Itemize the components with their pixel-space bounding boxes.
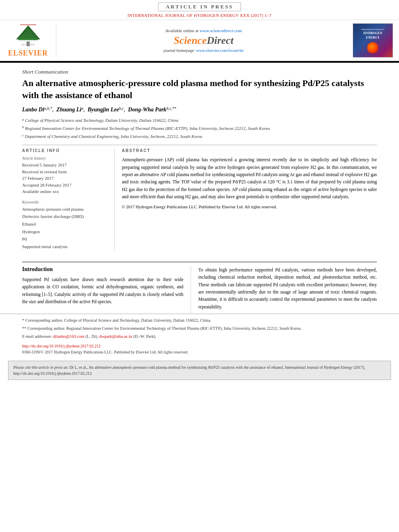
- doi-link[interactable]: http://dx.doi.org/10.1016/j.ijhydene.201…: [22, 344, 101, 348]
- affiliation-b: b Regional Innovation Center for Environ…: [22, 125, 377, 132]
- history-label: Article history:: [22, 156, 107, 160]
- author-3-name: Byungjin Lee: [88, 107, 119, 113]
- main-content-area: Short Communication An alternative atmos…: [0, 63, 399, 255]
- homepage-link[interactable]: www.elsevier.com/locate/he: [196, 48, 243, 53]
- kw-6: Supported metal catalysts: [22, 243, 107, 251]
- article-type-label: Short Communication: [22, 69, 377, 75]
- cite-label: Please cite this article in press as:: [13, 365, 70, 370]
- author-1-sup: a,b,*: [44, 106, 52, 111]
- center-header: Available online at www.sciencedirect.co…: [60, 23, 347, 58]
- direct-part: Direct: [207, 35, 233, 46]
- journal-homepage-line: journal homepage: www.elsevier.com/locat…: [163, 48, 243, 53]
- body-right-column: To obtain high performance supported Pd …: [191, 266, 377, 314]
- affiliation-c: c Department of Chemistry and Chemical E…: [22, 133, 377, 140]
- aip-text: ARTICLE IN PRESS: [158, 2, 241, 11]
- authors-line: Lanbo Dia,b,*, Zhuang Lia, Byungjin Leeb…: [22, 107, 377, 113]
- intro-para-1: Supported Pd catalysts have drawn much r…: [22, 276, 183, 306]
- author-1-name: Lanbo Di: [22, 107, 44, 113]
- affiliation-a: a College of Physical Science and Techno…: [22, 117, 377, 124]
- article-title: An alternative atmospheric-pressure cold…: [22, 77, 377, 101]
- affiliations-block: a College of Physical Science and Techno…: [22, 117, 377, 140]
- keywords-block: Keywords: Atmospheric-pressure cold plas…: [22, 200, 107, 251]
- svg-rect-4: [20, 24, 36, 25]
- rule-after-affiliations: [22, 145, 377, 145]
- email-1-link[interactable]: dilanbo@163.com: [53, 334, 84, 339]
- introduction-heading: Introduction: [22, 266, 183, 273]
- intro-para-2: To obtain high performance supported Pd …: [198, 266, 377, 310]
- kw-1: Atmospheric-pressure cold plasma: [22, 205, 107, 213]
- elsevier-tree-icon: ELSEVIER: [12, 23, 44, 47]
- sd-url-link[interactable]: www.sciencedirect.com: [200, 28, 242, 33]
- journal-header-line: INTERNATIONAL JOURNAL OF HYDROGEN ENERGY…: [0, 12, 399, 20]
- science-part: Science: [174, 35, 207, 46]
- section-separator-rule: [22, 262, 377, 262]
- journal-header-text: INTERNATIONAL JOURNAL OF HYDROGEN ENERGY…: [128, 13, 271, 18]
- copyright-line: 0360-3199/© 2017 Hydrogen Energy Publica…: [0, 349, 399, 357]
- body-area: Introduction Supported Pd catalysts have…: [0, 266, 399, 314]
- email-2-link[interactable]: dwpark@inha.ac.kr: [99, 334, 133, 339]
- abstract-heading: ABSTRACT: [122, 148, 377, 153]
- svg-marker-3: [17, 27, 39, 39]
- elsevier-wordmark: ELSEVIER: [8, 49, 48, 58]
- abstract-text: Atmospheric-pressure (AP) cold plasma ha…: [122, 156, 377, 210]
- author-2-sup: a: [81, 106, 83, 111]
- body-left-column: Introduction Supported Pd catalysts have…: [22, 266, 191, 314]
- author-3-sup: b,c: [119, 106, 124, 111]
- abstract-copyright: © 2017 Hydrogen Energy Publications LLC.…: [122, 204, 377, 211]
- article-info-heading: ARTICLE INFO: [22, 148, 107, 153]
- author-4-name: Dong-Wha Park: [128, 107, 166, 113]
- article-history-block: Article history: Received 5 January 2017…: [22, 156, 107, 195]
- aip-banner: ARTICLE IN PRESS: [0, 0, 399, 12]
- footnotes-area: * Corresponding author. College of Physi…: [0, 314, 399, 343]
- email-line: E-mail addresses: dilanbo@163.com (L. Di…: [22, 333, 377, 340]
- article-info-column: ARTICLE INFO Article history: Received 5…: [22, 148, 115, 251]
- abstract-column: ABSTRACT Atmospheric-pressure (AP) cold …: [115, 148, 377, 251]
- author-2-name: Zhuang Li: [56, 107, 81, 113]
- kw-4: Hydrogen: [22, 228, 107, 236]
- article-info-abstract-row: ARTICLE INFO Article history: Received 5…: [22, 148, 377, 251]
- journal-cover-area: International Journal of HYDROGENENERGY: [351, 23, 395, 58]
- keywords-label: Keywords:: [22, 200, 107, 204]
- cover-decoration-circle: [367, 42, 378, 53]
- elsevier-logo-area: ELSEVIER ELSEVIER: [4, 23, 56, 58]
- history-accepted: Accepted 28 February 2017: [22, 182, 107, 189]
- available-online-text: Available online at www.sciencedirect.co…: [165, 28, 242, 33]
- svg-text:ELSEVIER: ELSEVIER: [21, 43, 35, 46]
- footnote-2: ** Corresponding author. Regional Innova…: [22, 325, 377, 332]
- kw-5: Pd: [22, 235, 107, 243]
- history-revised: Received in revised form 27 February 201…: [22, 168, 107, 182]
- journal-cover-image: International Journal of HYDROGENENERGY: [353, 23, 393, 58]
- top-header: ELSEVIER ELSEVIER Available online at ww…: [0, 20, 399, 61]
- history-received: Received 5 January 2017: [22, 162, 107, 168]
- history-available: Available online xxx: [22, 188, 107, 195]
- footnote-1: * Corresponding author. College of Physi…: [22, 317, 377, 324]
- doi-line: http://dx.doi.org/10.1016/j.ijhydene.201…: [0, 343, 399, 349]
- author-4-sup: b,c,**: [167, 106, 176, 111]
- kw-3: Ethanol: [22, 220, 107, 228]
- citation-box: Please cite this article in press as: Di…: [8, 361, 391, 380]
- cover-title-text: International Journal of HYDROGENENERGY: [362, 27, 384, 40]
- kw-2: Dielectric barrier discharge (DBD): [22, 213, 107, 220]
- sciencedirect-logo: ScienceDirect: [174, 35, 234, 47]
